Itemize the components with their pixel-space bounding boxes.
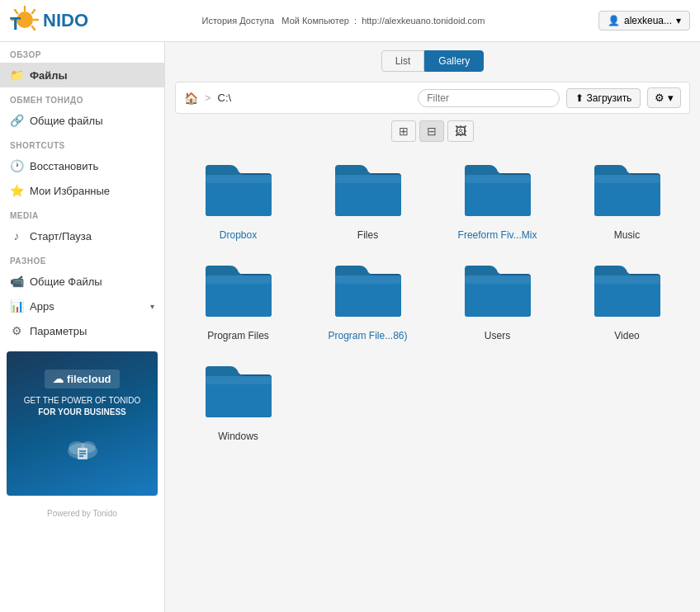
top-breadcrumb: История Доступа Мой Компьютер : http://a… (202, 16, 485, 26)
files-label: Файлы (30, 69, 68, 82)
start-pause-label: Старт/Пауза (30, 230, 92, 242)
file-name: Program Files (207, 330, 269, 341)
user-label: alexkeua... (624, 15, 672, 26)
svg-line-4 (32, 26, 35, 30)
sidebar-item-shared-files[interactable]: 🔗 Общие файлы (0, 108, 164, 133)
file-name: Freeform Fiv...Mix (458, 229, 537, 241)
sidebar-item-settings[interactable]: ⚙ Параметры (0, 318, 164, 343)
ad-cloud-icon (62, 425, 103, 472)
folder-icon (331, 157, 405, 223)
file-grid: DropboxFilesFreeform Fiv...MixMusicProgr… (165, 148, 700, 459)
file-name: Files (357, 229, 378, 241)
view-icons-bar: ⊞ ⊟ 🖼 (165, 117, 700, 148)
sidebar-item-media[interactable]: ♪ Старт/Пауза (0, 224, 164, 248)
shortcuts-section-label: SHORTCUTS (0, 133, 164, 153)
content-area: List Gallery 🏠 > C:\ ⬆ Загрузить ⚙ ▾ ⊞ ⊟… (165, 42, 700, 612)
video-icon: 📹 (10, 275, 23, 288)
file-name: Users (485, 330, 510, 341)
top-bar: T NIDO История Доступа Мой Компьютер : h… (0, 0, 700, 42)
file-item[interactable]: Dropbox (182, 157, 295, 241)
grid-large-view-button[interactable]: ⊞ (391, 120, 416, 142)
top-right: 👤 alexkeua... ▾ (598, 11, 690, 31)
file-name: Program File...86) (328, 330, 407, 341)
folder-icon: 📁 (10, 68, 23, 82)
sidebar-item-shared-files2[interactable]: 📹 Общие Файлы (0, 269, 164, 294)
logo-icon: T (10, 5, 46, 36)
user-button[interactable]: 👤 alexkeua... ▾ (598, 11, 690, 31)
ad-text-line2: FOR YOUR BUSINESS (38, 407, 126, 418)
gallery-view-button[interactable]: Gallery (424, 50, 484, 72)
file-name: Dropbox (220, 229, 257, 241)
folder-icon (461, 257, 535, 323)
path-separator: > (205, 92, 211, 104)
svg-line-2 (32, 10, 35, 13)
file-item[interactable]: Program File...86) (311, 257, 424, 341)
overview-section-label: ОБЗОР (0, 42, 164, 63)
sidebar-item-apps[interactable]: 📊 Apps ▾ (0, 294, 164, 318)
apps-label: Apps (30, 300, 54, 313)
svg-text:T: T (10, 13, 21, 34)
music-icon: ♪ (10, 229, 23, 242)
favorites-label: Мои Избранные (30, 185, 110, 197)
svg-rect-41 (206, 376, 272, 384)
sidebar-item-restore[interactable]: 🕐 Восстановить (0, 153, 164, 178)
filter-input[interactable] (418, 89, 560, 107)
settings-icon: ⚙ (10, 324, 23, 337)
svg-rect-20 (335, 175, 401, 183)
tools-button[interactable]: ⚙ ▾ (647, 87, 681, 108)
sidebar-item-favorites[interactable]: ⭐ Мои Избранные (0, 178, 164, 203)
user-icon: 👤 (608, 15, 620, 26)
svg-rect-17 (206, 175, 272, 183)
path-bar: 🏠 > C:\ ⬆ Загрузить ⚙ ▾ (175, 82, 690, 114)
svg-rect-35 (465, 275, 531, 284)
url-label: http://alexkeuano.tonidoid.com (362, 16, 485, 26)
folder-icon (590, 257, 665, 323)
svg-rect-32 (335, 275, 401, 284)
sidebar-item-files[interactable]: 📁 Файлы (0, 63, 164, 87)
chart-icon: 📊 (10, 299, 23, 313)
upload-button[interactable]: ⬆ Загрузить (566, 88, 641, 108)
file-name: Video (614, 330, 639, 341)
file-item[interactable]: Video (570, 257, 683, 341)
view-toggle: List Gallery (165, 42, 700, 77)
restore-icon: 🕐 (10, 159, 23, 172)
file-name: Music (614, 229, 640, 241)
file-item[interactable]: Files (311, 157, 424, 241)
misc-section-label: РАЗНОЕ (0, 248, 164, 269)
powered-by: Powered by Tonido (0, 504, 164, 523)
sidebar: ОБЗОР 📁 Файлы ОБМЕН ТОНИДО 🔗 Общие файлы… (0, 42, 165, 612)
list-view-button[interactable]: List (381, 50, 425, 72)
folder-icon (201, 257, 276, 323)
restore-label: Восстановить (30, 160, 98, 172)
star-icon: ⭐ (10, 184, 23, 197)
apps-arrow-icon: ▾ (150, 302, 154, 311)
file-name: Windows (218, 431, 258, 442)
svg-rect-29 (206, 275, 272, 284)
ad-text-line1: GET THE POWER OF TONIDO (24, 395, 141, 407)
ad-logo: ☁ filecloud (45, 370, 119, 388)
file-item[interactable]: Freeform Fiv...Mix (441, 157, 554, 241)
svg-rect-26 (594, 175, 660, 183)
folder-icon (201, 358, 276, 424)
file-item[interactable]: Users (441, 257, 554, 341)
file-item[interactable]: Windows (182, 358, 295, 442)
ad-banner: ☁ filecloud GET THE POWER OF TONIDO FOR … (7, 351, 158, 496)
shared-files2-label: Общие Файлы (30, 275, 102, 288)
path-text: C:\ (218, 92, 232, 104)
settings-label: Параметры (30, 325, 87, 337)
grid-small-view-button[interactable]: ⊟ (419, 120, 444, 142)
history-label: История Доступа (202, 16, 275, 26)
folder-icon (331, 257, 405, 323)
tonido-share-section-label: ОБМЕН ТОНИДО (0, 87, 164, 108)
media-section-label: MEDIA (0, 203, 164, 224)
file-item[interactable]: Music (570, 157, 683, 241)
home-icon[interactable]: 🏠 (184, 92, 198, 105)
shared-files-label: Общие файлы (30, 115, 102, 127)
svg-rect-23 (465, 175, 531, 183)
file-item[interactable]: Program Files (182, 257, 295, 341)
folder-icon (461, 157, 535, 223)
image-view-button[interactable]: 🖼 (447, 120, 474, 142)
computer-label: Мой Компьютер (281, 16, 349, 26)
main-layout: ОБЗОР 📁 Файлы ОБМЕН ТОНИДО 🔗 Общие файлы… (0, 42, 700, 612)
share-icon: 🔗 (10, 114, 23, 127)
